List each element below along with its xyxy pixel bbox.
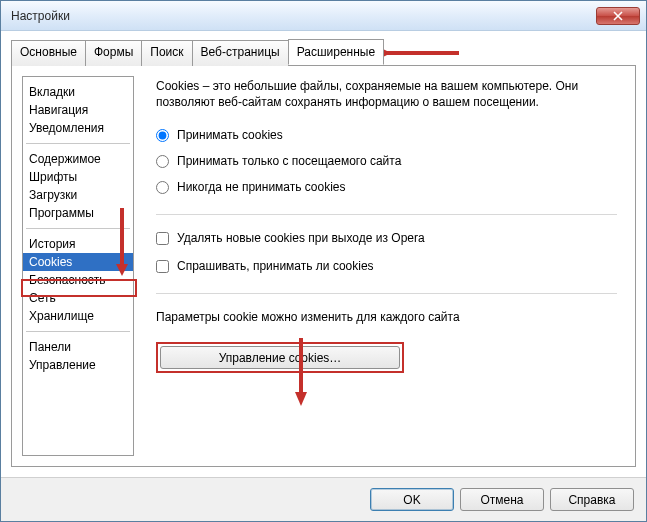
ok-button[interactable]: OK (370, 488, 454, 511)
sidebar-item-downloads[interactable]: Загрузки (23, 186, 133, 204)
per-site-label: Параметры cookie можно изменить для кажд… (156, 310, 617, 324)
radio-accept-all-input[interactable] (156, 129, 169, 142)
titlebar: Настройки (1, 1, 646, 31)
check-ask-accept[interactable]: Спрашивать, принимать ли cookies (156, 259, 617, 273)
radio-accept-all[interactable]: Принимать cookies (156, 128, 617, 142)
window-title: Настройки (11, 9, 596, 23)
sidebar-item-cookies[interactable]: Cookies (23, 253, 133, 271)
tab-forms[interactable]: Формы (85, 40, 142, 66)
window-body: Основные Формы Поиск Веб-страницы Расшир… (1, 31, 646, 477)
cookies-description: Cookies – это небольшие файлы, сохраняем… (156, 78, 617, 110)
radio-accept-visited[interactable]: Принимать только с посещаемого сайта (156, 154, 617, 168)
cancel-button[interactable]: Отмена (460, 488, 544, 511)
sidebar-item-tabs[interactable]: Вкладки (23, 83, 133, 101)
sidebar-item-fonts[interactable]: Шрифты (23, 168, 133, 186)
tabstrip: Основные Формы Поиск Веб-страницы Расшир… (11, 39, 636, 65)
check-delete-on-exit-input[interactable] (156, 232, 169, 245)
sidebar-item-storage[interactable]: Хранилище (23, 307, 133, 325)
sidebar-separator (26, 228, 130, 229)
sidebar-item-panels[interactable]: Панели (23, 338, 133, 356)
close-icon (613, 11, 623, 21)
close-button[interactable] (596, 7, 640, 25)
check-delete-on-exit[interactable]: Удалять новые cookies при выходе из Oper… (156, 231, 617, 245)
sidebar-item-manage[interactable]: Управление (23, 356, 133, 374)
sidebar-item-programs[interactable]: Программы (23, 204, 133, 222)
tab-panel-advanced: Вкладки Навигация Уведомления Содержимое… (11, 65, 636, 467)
sidebar: Вкладки Навигация Уведомления Содержимое… (22, 76, 134, 456)
sidebar-item-network[interactable]: Сеть (23, 289, 133, 307)
radio-accept-visited-input[interactable] (156, 155, 169, 168)
sidebar-item-navigation[interactable]: Навигация (23, 101, 133, 119)
radio-never-accept[interactable]: Никогда не принимать cookies (156, 180, 617, 194)
help-button[interactable]: Справка (550, 488, 634, 511)
dialog-footer: OK Отмена Справка (1, 477, 646, 521)
radio-never-accept-input[interactable] (156, 181, 169, 194)
sidebar-separator (26, 331, 130, 332)
annotation-highlight: Управление cookies… (156, 342, 404, 373)
tab-search[interactable]: Поиск (141, 40, 192, 66)
sidebar-item-content[interactable]: Содержимое (23, 150, 133, 168)
settings-window: Настройки Основные Формы Поиск Веб-стран… (0, 0, 647, 522)
divider (156, 293, 617, 294)
tab-webpages[interactable]: Веб-страницы (192, 40, 289, 66)
divider (156, 214, 617, 215)
sidebar-item-notifications[interactable]: Уведомления (23, 119, 133, 137)
sidebar-item-security[interactable]: Безопасность (23, 271, 133, 289)
manage-cookies-button[interactable]: Управление cookies… (160, 346, 400, 369)
check-ask-accept-input[interactable] (156, 260, 169, 273)
sidebar-separator (26, 143, 130, 144)
sidebar-item-history[interactable]: История (23, 235, 133, 253)
cookies-content: Cookies – это небольшие файлы, сохраняем… (156, 76, 617, 456)
tab-advanced[interactable]: Расширенные (288, 39, 385, 65)
tab-main[interactable]: Основные (11, 40, 86, 66)
